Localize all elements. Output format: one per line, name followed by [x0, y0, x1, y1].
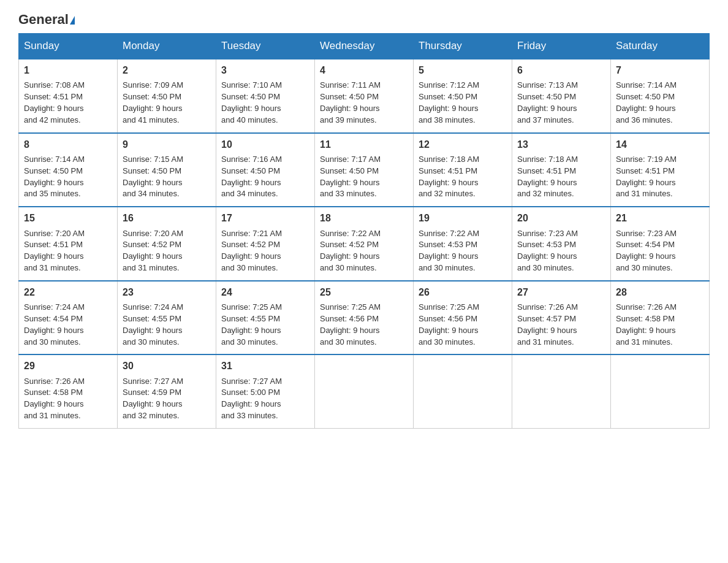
day-number: 30	[123, 359, 211, 373]
calendar-day-cell	[315, 354, 414, 428]
weekday-header: Sunday	[19, 34, 118, 59]
day-number: 21	[616, 211, 704, 225]
day-info: Sunrise: 7:25 AM Sunset: 4:56 PM Dayligh…	[320, 302, 408, 348]
day-info: Sunrise: 7:26 AM Sunset: 4:58 PM Dayligh…	[616, 302, 704, 348]
day-number: 9	[123, 137, 211, 151]
weekday-header: Saturday	[611, 34, 710, 59]
day-info: Sunrise: 7:23 AM Sunset: 4:54 PM Dayligh…	[616, 228, 704, 274]
day-info: Sunrise: 7:27 AM Sunset: 4:59 PM Dayligh…	[123, 376, 211, 422]
logo-text: General	[18, 12, 75, 27]
day-number: 8	[24, 137, 112, 151]
day-number: 28	[616, 285, 704, 299]
calendar-day-cell: 16 Sunrise: 7:20 AM Sunset: 4:52 PM Dayl…	[118, 207, 216, 281]
day-number: 7	[616, 63, 704, 77]
logo: General	[18, 12, 75, 27]
day-info: Sunrise: 7:17 AM Sunset: 4:50 PM Dayligh…	[320, 154, 408, 200]
day-info: Sunrise: 7:24 AM Sunset: 4:55 PM Dayligh…	[123, 302, 211, 348]
day-number: 22	[24, 285, 112, 299]
calendar-day-cell: 1 Sunrise: 7:08 AM Sunset: 4:51 PM Dayli…	[19, 59, 118, 133]
calendar-week-row: 22 Sunrise: 7:24 AM Sunset: 4:54 PM Dayl…	[19, 281, 710, 355]
day-info: Sunrise: 7:27 AM Sunset: 5:00 PM Dayligh…	[221, 376, 309, 422]
day-number: 27	[517, 285, 605, 299]
calendar-day-cell: 19 Sunrise: 7:22 AM Sunset: 4:53 PM Dayl…	[414, 207, 512, 281]
day-info: Sunrise: 7:22 AM Sunset: 4:53 PM Dayligh…	[419, 228, 507, 274]
calendar-day-cell: 7 Sunrise: 7:14 AM Sunset: 4:50 PM Dayli…	[611, 59, 710, 133]
day-info: Sunrise: 7:14 AM Sunset: 4:50 PM Dayligh…	[24, 154, 112, 200]
day-info: Sunrise: 7:21 AM Sunset: 4:52 PM Dayligh…	[221, 228, 309, 274]
day-info: Sunrise: 7:12 AM Sunset: 4:50 PM Dayligh…	[419, 80, 507, 126]
calendar-day-cell: 30 Sunrise: 7:27 AM Sunset: 4:59 PM Dayl…	[118, 354, 216, 428]
calendar-day-cell: 28 Sunrise: 7:26 AM Sunset: 4:58 PM Dayl…	[611, 281, 710, 355]
day-info: Sunrise: 7:13 AM Sunset: 4:50 PM Dayligh…	[517, 80, 605, 126]
calendar-day-cell	[512, 354, 611, 428]
calendar-day-cell: 14 Sunrise: 7:19 AM Sunset: 4:51 PM Dayl…	[611, 133, 710, 207]
day-info: Sunrise: 7:09 AM Sunset: 4:50 PM Dayligh…	[123, 80, 211, 126]
day-info: Sunrise: 7:18 AM Sunset: 4:51 PM Dayligh…	[419, 154, 507, 200]
calendar-week-row: 15 Sunrise: 7:20 AM Sunset: 4:51 PM Dayl…	[19, 207, 710, 281]
day-number: 6	[517, 63, 605, 77]
day-number: 17	[221, 211, 309, 225]
calendar-day-cell: 3 Sunrise: 7:10 AM Sunset: 4:50 PM Dayli…	[216, 59, 315, 133]
calendar-day-cell: 8 Sunrise: 7:14 AM Sunset: 4:50 PM Dayli…	[19, 133, 118, 207]
page-header: General	[18, 12, 710, 27]
logo-triangle-icon	[70, 16, 75, 25]
day-number: 2	[123, 63, 211, 77]
calendar-day-cell: 11 Sunrise: 7:17 AM Sunset: 4:50 PM Dayl…	[315, 133, 414, 207]
day-number: 15	[24, 211, 112, 225]
calendar-day-cell: 24 Sunrise: 7:25 AM Sunset: 4:55 PM Dayl…	[216, 281, 315, 355]
calendar-day-cell: 10 Sunrise: 7:16 AM Sunset: 4:50 PM Dayl…	[216, 133, 315, 207]
calendar-day-cell: 5 Sunrise: 7:12 AM Sunset: 4:50 PM Dayli…	[414, 59, 512, 133]
day-info: Sunrise: 7:19 AM Sunset: 4:51 PM Dayligh…	[616, 154, 704, 200]
weekday-header: Thursday	[414, 34, 512, 59]
day-number: 14	[616, 137, 704, 151]
day-info: Sunrise: 7:25 AM Sunset: 4:55 PM Dayligh…	[221, 302, 309, 348]
calendar-day-cell: 25 Sunrise: 7:25 AM Sunset: 4:56 PM Dayl…	[315, 281, 414, 355]
calendar-day-cell: 21 Sunrise: 7:23 AM Sunset: 4:54 PM Dayl…	[611, 207, 710, 281]
calendar-day-cell: 17 Sunrise: 7:21 AM Sunset: 4:52 PM Dayl…	[216, 207, 315, 281]
calendar-day-cell: 9 Sunrise: 7:15 AM Sunset: 4:50 PM Dayli…	[118, 133, 216, 207]
calendar-day-cell: 18 Sunrise: 7:22 AM Sunset: 4:52 PM Dayl…	[315, 207, 414, 281]
day-number: 26	[419, 285, 507, 299]
calendar-day-cell: 2 Sunrise: 7:09 AM Sunset: 4:50 PM Dayli…	[118, 59, 216, 133]
calendar-week-row: 29 Sunrise: 7:26 AM Sunset: 4:58 PM Dayl…	[19, 354, 710, 428]
calendar-day-cell: 29 Sunrise: 7:26 AM Sunset: 4:58 PM Dayl…	[19, 354, 118, 428]
weekday-header: Wednesday	[315, 34, 414, 59]
day-number: 23	[123, 285, 211, 299]
day-info: Sunrise: 7:20 AM Sunset: 4:52 PM Dayligh…	[123, 228, 211, 274]
weekday-header: Monday	[118, 34, 216, 59]
day-number: 25	[320, 285, 408, 299]
calendar-week-row: 1 Sunrise: 7:08 AM Sunset: 4:51 PM Dayli…	[19, 59, 710, 133]
day-info: Sunrise: 7:16 AM Sunset: 4:50 PM Dayligh…	[221, 154, 309, 200]
day-number: 13	[517, 137, 605, 151]
calendar-day-cell: 15 Sunrise: 7:20 AM Sunset: 4:51 PM Dayl…	[19, 207, 118, 281]
day-info: Sunrise: 7:14 AM Sunset: 4:50 PM Dayligh…	[616, 80, 704, 126]
calendar-day-cell: 31 Sunrise: 7:27 AM Sunset: 5:00 PM Dayl…	[216, 354, 315, 428]
day-info: Sunrise: 7:26 AM Sunset: 4:58 PM Dayligh…	[24, 376, 112, 422]
day-number: 24	[221, 285, 309, 299]
day-info: Sunrise: 7:10 AM Sunset: 4:50 PM Dayligh…	[221, 80, 309, 126]
calendar-day-cell: 23 Sunrise: 7:24 AM Sunset: 4:55 PM Dayl…	[118, 281, 216, 355]
calendar-day-cell: 4 Sunrise: 7:11 AM Sunset: 4:50 PM Dayli…	[315, 59, 414, 133]
day-number: 4	[320, 63, 408, 77]
day-number: 19	[419, 211, 507, 225]
weekday-header: Tuesday	[216, 34, 315, 59]
calendar-table: SundayMondayTuesdayWednesdayThursdayFrid…	[18, 33, 710, 429]
day-info: Sunrise: 7:18 AM Sunset: 4:51 PM Dayligh…	[517, 154, 605, 200]
day-info: Sunrise: 7:23 AM Sunset: 4:53 PM Dayligh…	[517, 228, 605, 274]
day-number: 10	[221, 137, 309, 151]
calendar-day-cell: 13 Sunrise: 7:18 AM Sunset: 4:51 PM Dayl…	[512, 133, 611, 207]
day-number: 5	[419, 63, 507, 77]
calendar-day-cell: 27 Sunrise: 7:26 AM Sunset: 4:57 PM Dayl…	[512, 281, 611, 355]
calendar-day-cell	[414, 354, 512, 428]
day-info: Sunrise: 7:15 AM Sunset: 4:50 PM Dayligh…	[123, 154, 211, 200]
day-number: 31	[221, 359, 309, 373]
day-number: 11	[320, 137, 408, 151]
day-info: Sunrise: 7:22 AM Sunset: 4:52 PM Dayligh…	[320, 228, 408, 274]
calendar-day-cell: 12 Sunrise: 7:18 AM Sunset: 4:51 PM Dayl…	[414, 133, 512, 207]
day-info: Sunrise: 7:25 AM Sunset: 4:56 PM Dayligh…	[419, 302, 507, 348]
day-info: Sunrise: 7:11 AM Sunset: 4:50 PM Dayligh…	[320, 80, 408, 126]
day-number: 16	[123, 211, 211, 225]
calendar-week-row: 8 Sunrise: 7:14 AM Sunset: 4:50 PM Dayli…	[19, 133, 710, 207]
day-info: Sunrise: 7:26 AM Sunset: 4:57 PM Dayligh…	[517, 302, 605, 348]
day-number: 29	[24, 359, 112, 373]
